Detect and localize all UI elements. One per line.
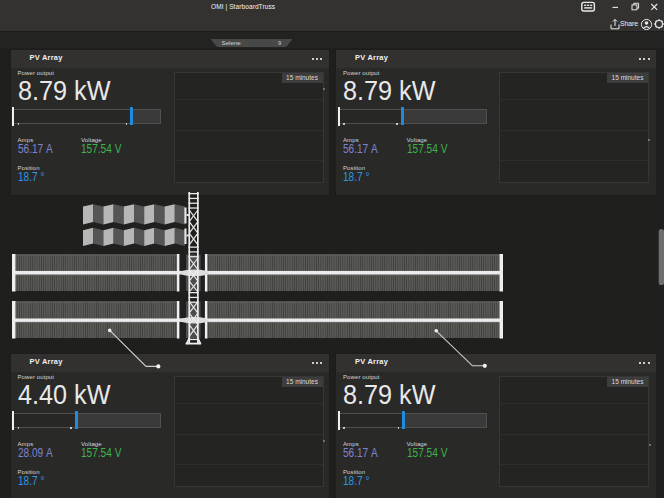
svg-text:Selene: Selene xyxy=(222,39,242,46)
svg-text:9: 9 xyxy=(278,40,281,46)
